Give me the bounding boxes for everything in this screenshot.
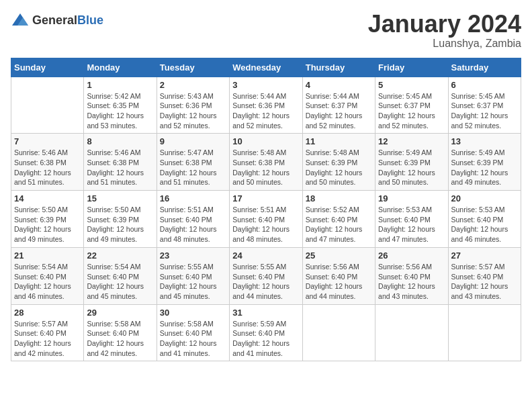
day-number: 20: [451, 193, 518, 203]
column-header-tuesday: Tuesday: [157, 58, 229, 77]
day-cell: 20Sunrise: 5:53 AMSunset: 6:40 PMDayligh…: [448, 191, 521, 248]
day-info: Sunrise: 5:53 AMSunset: 6:40 PMDaylight:…: [451, 205, 518, 244]
day-info: Sunrise: 5:51 AMSunset: 6:40 PMDaylight:…: [160, 205, 226, 244]
day-info: Sunrise: 5:45 AMSunset: 6:37 PMDaylight:…: [451, 91, 518, 131]
day-number: 8: [87, 136, 153, 146]
day-number: 22: [87, 250, 153, 261]
logo: GeneralBlue: [11, 11, 103, 30]
page-header: GeneralBlue January 2024 Luanshya, Zambi…: [11, 11, 521, 50]
calendar-subtitle: Luanshya, Zambia: [368, 38, 521, 50]
day-cell: 15Sunrise: 5:50 AMSunset: 6:39 PMDayligh…: [84, 191, 157, 248]
day-info: Sunrise: 5:50 AMSunset: 6:39 PMDaylight:…: [14, 205, 81, 244]
day-cell: [11, 77, 84, 134]
day-info: Sunrise: 5:50 AMSunset: 6:39 PMDaylight:…: [87, 205, 153, 244]
day-cell: 29Sunrise: 5:58 AMSunset: 6:40 PMDayligh…: [84, 304, 157, 361]
day-info: Sunrise: 5:52 AMSunset: 6:40 PMDaylight:…: [306, 205, 372, 244]
day-number: 26: [378, 250, 445, 261]
day-number: 25: [306, 250, 372, 261]
day-cell: 28Sunrise: 5:57 AMSunset: 6:40 PMDayligh…: [11, 304, 84, 361]
day-number: 10: [232, 136, 299, 146]
day-info: Sunrise: 5:46 AMSunset: 6:38 PMDaylight:…: [87, 148, 153, 187]
day-info: Sunrise: 5:49 AMSunset: 6:39 PMDaylight:…: [378, 148, 445, 187]
day-cell: 13Sunrise: 5:49 AMSunset: 6:39 PMDayligh…: [448, 134, 521, 191]
day-info: Sunrise: 5:55 AMSunset: 6:40 PMDaylight:…: [160, 262, 226, 302]
day-info: Sunrise: 5:53 AMSunset: 6:40 PMDaylight:…: [378, 205, 445, 244]
day-number: 21: [14, 250, 81, 261]
day-info: Sunrise: 5:44 AMSunset: 6:36 PMDaylight:…: [232, 91, 299, 131]
day-cell: 11Sunrise: 5:48 AMSunset: 6:39 PMDayligh…: [302, 134, 375, 191]
day-info: Sunrise: 5:42 AMSunset: 6:35 PMDaylight:…: [87, 91, 153, 131]
column-header-friday: Friday: [375, 58, 448, 77]
day-cell: 8Sunrise: 5:46 AMSunset: 6:38 PMDaylight…: [84, 134, 157, 191]
day-cell: 22Sunrise: 5:54 AMSunset: 6:40 PMDayligh…: [84, 247, 157, 304]
calendar-table: SundayMondayTuesdayWednesdayThursdayFrid…: [11, 58, 521, 362]
week-row-1: 1Sunrise: 5:42 AMSunset: 6:35 PMDaylight…: [11, 77, 521, 134]
day-cell: 4Sunrise: 5:44 AMSunset: 6:37 PMDaylight…: [302, 77, 375, 134]
day-number: 28: [14, 308, 81, 318]
day-info: Sunrise: 5:55 AMSunset: 6:40 PMDaylight:…: [232, 262, 299, 302]
logo-general: General: [32, 13, 77, 27]
day-info: Sunrise: 5:48 AMSunset: 6:39 PMDaylight:…: [306, 148, 372, 187]
title-block: January 2024 Luanshya, Zambia: [368, 11, 521, 50]
day-cell: [302, 304, 375, 361]
day-info: Sunrise: 5:48 AMSunset: 6:38 PMDaylight:…: [232, 148, 299, 187]
day-number: 14: [14, 193, 81, 203]
day-info: Sunrise: 5:54 AMSunset: 6:40 PMDaylight:…: [87, 262, 153, 302]
day-cell: 19Sunrise: 5:53 AMSunset: 6:40 PMDayligh…: [375, 191, 448, 248]
column-header-thursday: Thursday: [302, 58, 375, 77]
day-number: 27: [451, 250, 518, 261]
day-number: 13: [451, 136, 518, 146]
day-cell: 16Sunrise: 5:51 AMSunset: 6:40 PMDayligh…: [157, 191, 229, 248]
day-cell: [448, 304, 521, 361]
logo-blue: Blue: [77, 13, 103, 27]
day-cell: 17Sunrise: 5:51 AMSunset: 6:40 PMDayligh…: [230, 191, 302, 248]
day-info: Sunrise: 5:45 AMSunset: 6:37 PMDaylight:…: [378, 91, 445, 131]
day-number: 12: [378, 136, 445, 146]
day-cell: 3Sunrise: 5:44 AMSunset: 6:36 PMDaylight…: [230, 77, 302, 134]
day-info: Sunrise: 5:58 AMSunset: 6:40 PMDaylight:…: [87, 319, 153, 359]
day-number: 19: [378, 193, 445, 203]
day-number: 30: [160, 308, 226, 318]
day-info: Sunrise: 5:57 AMSunset: 6:40 PMDaylight:…: [14, 319, 81, 359]
day-number: 17: [232, 193, 299, 203]
day-cell: 27Sunrise: 5:57 AMSunset: 6:40 PMDayligh…: [448, 247, 521, 304]
day-number: 29: [87, 308, 153, 318]
day-number: 15: [87, 193, 153, 203]
column-header-wednesday: Wednesday: [230, 58, 302, 77]
day-number: 5: [378, 80, 445, 90]
day-cell: 6Sunrise: 5:45 AMSunset: 6:37 PMDaylight…: [448, 77, 521, 134]
day-cell: 24Sunrise: 5:55 AMSunset: 6:40 PMDayligh…: [230, 247, 302, 304]
week-row-3: 14Sunrise: 5:50 AMSunset: 6:39 PMDayligh…: [11, 191, 521, 248]
day-info: Sunrise: 5:58 AMSunset: 6:40 PMDaylight:…: [160, 319, 226, 359]
day-info: Sunrise: 5:44 AMSunset: 6:37 PMDaylight:…: [306, 91, 372, 131]
day-info: Sunrise: 5:43 AMSunset: 6:36 PMDaylight:…: [160, 91, 226, 131]
header-row: SundayMondayTuesdayWednesdayThursdayFrid…: [11, 58, 521, 77]
day-info: Sunrise: 5:59 AMSunset: 6:40 PMDaylight:…: [232, 319, 299, 359]
day-number: 9: [160, 136, 226, 146]
day-number: 4: [306, 80, 372, 90]
day-info: Sunrise: 5:51 AMSunset: 6:40 PMDaylight:…: [232, 205, 299, 244]
day-info: Sunrise: 5:54 AMSunset: 6:40 PMDaylight:…: [14, 262, 81, 302]
day-cell: 23Sunrise: 5:55 AMSunset: 6:40 PMDayligh…: [157, 247, 229, 304]
day-number: 11: [306, 136, 372, 146]
logo-icon: [11, 11, 30, 30]
day-number: 2: [160, 80, 226, 90]
day-info: Sunrise: 5:46 AMSunset: 6:38 PMDaylight:…: [14, 148, 81, 187]
day-cell: [375, 304, 448, 361]
day-info: Sunrise: 5:56 AMSunset: 6:40 PMDaylight:…: [306, 262, 372, 302]
day-cell: 18Sunrise: 5:52 AMSunset: 6:40 PMDayligh…: [302, 191, 375, 248]
day-cell: 21Sunrise: 5:54 AMSunset: 6:40 PMDayligh…: [11, 247, 84, 304]
column-header-sunday: Sunday: [11, 58, 84, 77]
day-cell: 2Sunrise: 5:43 AMSunset: 6:36 PMDaylight…: [157, 77, 229, 134]
day-info: Sunrise: 5:57 AMSunset: 6:40 PMDaylight:…: [451, 262, 518, 302]
day-number: 23: [160, 250, 226, 261]
day-number: 24: [232, 250, 299, 261]
day-number: 31: [232, 308, 299, 318]
day-cell: 31Sunrise: 5:59 AMSunset: 6:40 PMDayligh…: [230, 304, 302, 361]
day-number: 7: [14, 136, 81, 146]
day-cell: 30Sunrise: 5:58 AMSunset: 6:40 PMDayligh…: [157, 304, 229, 361]
day-cell: 5Sunrise: 5:45 AMSunset: 6:37 PMDaylight…: [375, 77, 448, 134]
day-number: 18: [306, 193, 372, 203]
day-info: Sunrise: 5:47 AMSunset: 6:38 PMDaylight:…: [160, 148, 226, 187]
day-cell: 10Sunrise: 5:48 AMSunset: 6:38 PMDayligh…: [230, 134, 302, 191]
